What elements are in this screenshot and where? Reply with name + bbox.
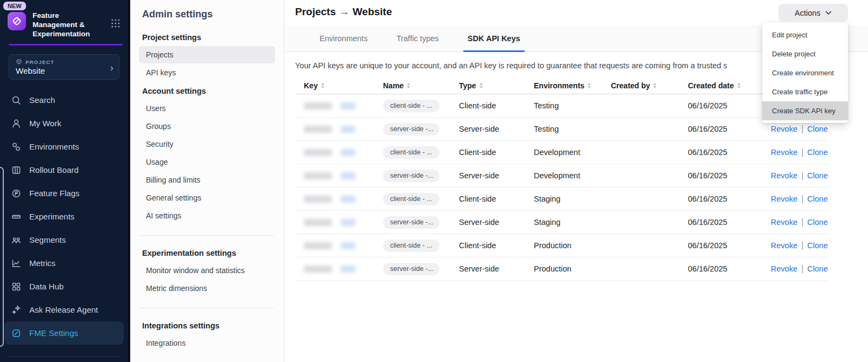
chevron-right-icon: › — [110, 62, 113, 73]
flag-circle-icon — [11, 188, 22, 199]
created-date-cell: 06/16/2025 — [688, 148, 769, 157]
sparkles-icon — [11, 305, 22, 315]
hexagons-icon — [11, 141, 22, 152]
sidebar-item-label: Ask Release Agent — [29, 305, 98, 314]
admin-item-metric-dimensions[interactable]: Metric dimensions — [139, 280, 275, 297]
redacted-copy-badge — [341, 242, 355, 249]
tab-environments[interactable]: Environments — [320, 25, 368, 51]
clone-link[interactable]: Clone — [807, 148, 828, 157]
redacted-key-text — [304, 196, 332, 203]
sidebar-item-metrics[interactable]: Metrics — [4, 251, 124, 275]
col-header-created-by: Created by — [611, 81, 688, 90]
key-cell — [304, 196, 383, 203]
admin-item-ai-settings[interactable]: AI settings — [139, 207, 275, 224]
sidebar-item-fme-settings[interactable]: FME Settings — [4, 321, 124, 345]
sidebar-item-feature-flags[interactable]: Feature Flags — [4, 182, 124, 205]
table-row: server-side -... Server-side Testing 06/… — [295, 118, 829, 141]
admin-item-general-settings[interactable]: General settings — [139, 189, 275, 206]
section-heading-project-settings: Project settings — [139, 33, 275, 42]
sidebar-item-experiments[interactable]: Experiments — [4, 205, 124, 228]
admin-item-groups[interactable]: Groups — [139, 118, 275, 135]
sidebar-scroll-indicator[interactable] — [0, 167, 4, 347]
apps-grid-icon[interactable] — [111, 18, 120, 30]
sidebar-item-rollout-board[interactable]: Rollout Board — [4, 158, 124, 182]
admin-item-monitor-window[interactable]: Monitor window and statistics — [139, 262, 275, 279]
admin-item-users[interactable]: Users — [139, 100, 275, 117]
breadcrumb-parent[interactable]: Projects — [295, 6, 336, 17]
user-icon — [11, 118, 22, 129]
admin-item-billing-and-limits[interactable]: Billing and limits — [139, 171, 275, 189]
project-selector[interactable]: PROJECT Website › — [9, 54, 119, 80]
breadcrumb-current: Website — [353, 6, 392, 17]
menu-item-create-traffic-type[interactable]: Create traffic type — [762, 82, 848, 101]
type-cell: Server-side — [459, 218, 534, 227]
revoke-link[interactable]: Revoke — [771, 171, 797, 180]
clone-link[interactable]: Clone — [807, 218, 828, 227]
col-header-environments: Environments — [534, 81, 611, 90]
sort-icon[interactable] — [321, 83, 324, 88]
revoke-link[interactable]: Revoke — [771, 241, 797, 250]
tab-sdk-api-keys[interactable]: SDK API Keys — [468, 25, 520, 51]
menu-item-create-environment[interactable]: Create environment — [762, 63, 848, 82]
clone-link[interactable]: Clone — [807, 195, 828, 203]
clone-link[interactable]: Clone — [807, 264, 828, 273]
sidebar-item-environments[interactable]: Environments — [4, 135, 124, 158]
key-cell — [304, 172, 383, 179]
sort-icon[interactable] — [480, 83, 483, 88]
revoke-link[interactable]: Revoke — [771, 218, 797, 227]
sort-icon[interactable] — [407, 83, 410, 88]
clone-link[interactable]: Clone — [807, 171, 828, 180]
sidebar-item-search[interactable]: Search — [4, 88, 124, 112]
admin-settings-panel: Admin settings Project settings Projects… — [130, 0, 284, 362]
revoke-link[interactable]: Revoke — [771, 125, 797, 133]
environment-cell: Testing — [534, 125, 611, 133]
sort-icon[interactable] — [588, 83, 591, 88]
sort-icon[interactable] — [653, 83, 656, 88]
table-row: client-side - ... Client-side Testing 06… — [295, 94, 829, 118]
sidebar-item-segments[interactable]: Segments — [4, 228, 124, 251]
row-actions: Revoke|Clone — [769, 124, 829, 134]
redacted-copy-badge — [341, 102, 355, 109]
redacted-key-text — [304, 126, 332, 133]
project-label: PROJECT — [25, 59, 54, 65]
key-cell — [304, 102, 383, 109]
admin-item-projects[interactable]: Projects — [139, 46, 275, 63]
table-row: server-side -... Server-side Development… — [295, 164, 829, 188]
row-actions: Revoke|Clone — [769, 264, 829, 274]
redacted-key-text — [304, 102, 332, 109]
sidebar-item-ask-release-agent[interactable]: Ask Release Agent — [4, 298, 124, 321]
key-cell — [304, 219, 383, 226]
separator: | — [797, 124, 807, 133]
revoke-link[interactable]: Revoke — [771, 148, 797, 157]
environment-cell: Production — [534, 241, 611, 250]
type-cell: Server-side — [459, 171, 534, 180]
actions-button[interactable]: Actions — [778, 4, 848, 22]
type-cell: Server-side — [459, 264, 534, 273]
menu-item-create-sdk-api-key[interactable]: Create SDK API key — [762, 101, 848, 120]
name-pill: server-side -... — [383, 123, 439, 135]
clone-link[interactable]: Clone — [807, 125, 828, 133]
clone-link[interactable]: Clone — [807, 241, 828, 250]
section-heading-account-settings: Account settings — [139, 87, 275, 95]
tab-traffic-types[interactable]: Traffic types — [397, 25, 439, 51]
admin-item-integrations[interactable]: Integrations — [139, 334, 275, 352]
redacted-copy-badge — [341, 196, 355, 203]
redacted-copy-badge — [341, 149, 355, 156]
admin-item-api-keys[interactable]: API keys — [139, 64, 275, 81]
admin-item-usage[interactable]: Usage — [139, 153, 275, 171]
menu-item-delete-project[interactable]: Delete project — [762, 44, 848, 63]
separator: | — [797, 147, 807, 157]
sidebar-item-label: Feature Flags — [29, 189, 80, 198]
admin-item-security[interactable]: Security — [139, 135, 275, 153]
line-chart-icon — [11, 258, 22, 269]
type-cell: Client-side — [459, 148, 534, 157]
sidebar-item-my-work[interactable]: My Work — [4, 112, 124, 135]
redacted-key-text — [304, 242, 332, 249]
menu-item-edit-project[interactable]: Edit project — [762, 25, 848, 44]
sidebar-item-data-hub[interactable]: Data Hub — [4, 275, 124, 298]
redacted-key-text — [304, 219, 332, 226]
separator: | — [797, 217, 807, 227]
revoke-link[interactable]: Revoke — [771, 195, 797, 203]
sort-icon[interactable] — [737, 83, 741, 88]
revoke-link[interactable]: Revoke — [771, 264, 797, 273]
